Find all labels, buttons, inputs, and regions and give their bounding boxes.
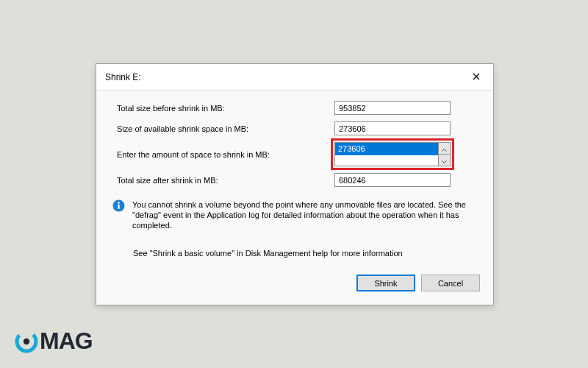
close-button[interactable] <box>464 69 489 85</box>
chevron-down-icon <box>442 155 447 166</box>
info-block: You cannot shrink a volume beyond the po… <box>107 194 483 230</box>
value-after: 680246 <box>334 173 451 187</box>
row-after: Total size after shrink in MB: 680246 <box>107 173 483 187</box>
spinner-down-button[interactable] <box>439 155 450 166</box>
dialog-title: Shrink E: <box>105 72 141 82</box>
button-row: Shrink Cancel <box>107 264 483 291</box>
brand-logo: MAG <box>15 328 93 355</box>
shrink-dialog: Shrink E: Total size before shrink in MB… <box>96 63 494 305</box>
value-avail: 273606 <box>334 121 451 135</box>
label-avail: Size of available shrink space in MB: <box>107 124 334 133</box>
value-wrap-before: 953852 <box>334 101 483 115</box>
dialog-content: Total size before shrink in MB: 953852 S… <box>96 91 493 305</box>
shrink-amount-spinner[interactable]: 273606 <box>334 142 451 166</box>
info-icon <box>112 199 125 212</box>
label-after: Total size after shrink in MB: <box>107 176 334 185</box>
spinner-buttons <box>438 143 450 166</box>
value-before: 953852 <box>334 101 451 115</box>
cancel-button[interactable]: Cancel <box>421 275 480 291</box>
brand-ring-icon <box>15 330 38 353</box>
close-icon <box>473 73 480 82</box>
help-text: See "Shrink a basic volume" in Disk Mana… <box>107 230 483 264</box>
svg-point-1 <box>118 202 120 204</box>
value-wrap-after: 680246 <box>334 173 483 187</box>
info-text: You cannot shrink a volume beyond the po… <box>132 199 480 230</box>
shrink-amount-input[interactable]: 273606 <box>335 143 438 155</box>
titlebar: Shrink E: <box>96 64 493 91</box>
label-input: Enter the amount of space to shrink in M… <box>107 150 334 159</box>
row-avail: Size of available shrink space in MB: 27… <box>107 121 483 135</box>
svg-point-4 <box>24 338 29 344</box>
chevron-up-icon <box>442 143 447 154</box>
row-before: Total size before shrink in MB: 953852 <box>107 101 483 115</box>
row-input: Enter the amount of space to shrink in M… <box>107 142 483 166</box>
brand-text: MAG <box>40 328 93 355</box>
label-before: Total size before shrink in MB: <box>107 104 334 113</box>
svg-rect-2 <box>118 205 119 209</box>
value-wrap-avail: 273606 <box>334 121 483 135</box>
spinner-up-button[interactable] <box>439 143 450 155</box>
shrink-button[interactable]: Shrink <box>356 275 415 291</box>
shrink-amount-wrap: 273606 <box>334 142 451 166</box>
